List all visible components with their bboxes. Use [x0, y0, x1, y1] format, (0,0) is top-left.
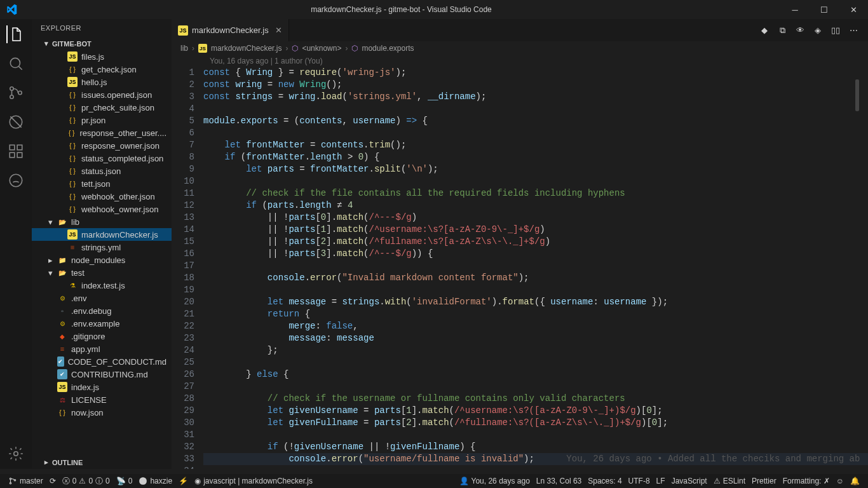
- editor-area: JS markdownChecker.js ✕ ◆ ⧉ 👁 ◈ ▯▯ ⋯ lib…: [172, 19, 868, 469]
- minimap-scrollbar[interactable]: [855, 79, 859, 111]
- tree-item[interactable]: { }resposne_owner.json: [32, 139, 172, 152]
- tree-item[interactable]: ▾📂lib: [32, 215, 172, 228]
- liveshare-icon[interactable]: [7, 172, 25, 189]
- feedback-icon[interactable]: ☺: [833, 474, 847, 488]
- breadcrumb[interactable]: lib› JS markdownChecker.js› ⬡<unknown>› …: [172, 41, 868, 55]
- code-area[interactable]: 1234567891011121314151617181920212223242…: [172, 67, 868, 469]
- bolt-icon[interactable]: ⚡: [175, 474, 191, 488]
- outline-section[interactable]: ▸OUTLINE: [32, 456, 172, 469]
- tree-item[interactable]: { }webhook_other.json: [32, 190, 172, 203]
- tree-item[interactable]: ▫.env.debug: [32, 304, 172, 317]
- cursor-position[interactable]: Ln 33, Col 63: [533, 474, 585, 488]
- svg-point-3: [18, 91, 22, 94]
- split-editor-icon[interactable]: ▯▯: [830, 25, 841, 35]
- status-bar: master ⟳ ⓧ 0 ⚠ 0 ⓘ 0 📡 0 haxzie ⚡ ◉ java…: [0, 474, 868, 488]
- close-tab-icon[interactable]: ✕: [275, 25, 282, 35]
- gitlens-blame-header: You, 16 days ago | 1 author (You): [172, 55, 868, 67]
- svg-rect-7: [17, 152, 22, 158]
- git-sync[interactable]: ⟳: [46, 474, 59, 488]
- action-icon[interactable]: ⧉: [776, 25, 788, 36]
- activity-bar: [0, 19, 32, 469]
- vscode-logo-icon: [0, 4, 22, 15]
- formatting[interactable]: Formatting: ✗: [780, 474, 833, 488]
- tree-item[interactable]: ⚗index.test.js: [32, 279, 172, 292]
- project-name[interactable]: ▾GITME-BOT: [32, 37, 172, 50]
- js-file-icon: JS: [178, 25, 188, 36]
- tree-item[interactable]: JSmarkdownChecker.js: [32, 228, 172, 241]
- svg-point-2: [10, 95, 13, 98]
- tree-item[interactable]: { }get_check.json: [32, 63, 172, 76]
- eol[interactable]: LF: [653, 474, 668, 488]
- broadcast[interactable]: 📡 0: [113, 474, 136, 488]
- minimize-button[interactable]: ─: [780, 0, 810, 19]
- indent[interactable]: Spaces: 4: [585, 474, 625, 488]
- action-icon[interactable]: 👁: [794, 25, 806, 35]
- extensions-icon[interactable]: [7, 142, 25, 160]
- titlebar: markdownChecker.js - gitme-bot - Visual …: [0, 0, 868, 19]
- svg-point-9: [10, 174, 22, 187]
- tree-item[interactable]: ⚙.env.example: [32, 317, 172, 330]
- tree-item[interactable]: ▾📂test: [32, 266, 172, 279]
- problems[interactable]: ⓧ 0 ⚠ 0 ⓘ 0: [59, 474, 113, 488]
- eslint[interactable]: ⚠ ESLint: [710, 474, 749, 488]
- tab-markdownchecker[interactable]: JS markdownChecker.js ✕: [172, 19, 289, 41]
- tree-item[interactable]: ⚙.env: [32, 292, 172, 304]
- tree-item[interactable]: ✔CONTRIBUTING.md: [32, 368, 172, 381]
- action-icon[interactable]: ◆: [759, 25, 770, 35]
- maximize-button[interactable]: ☐: [810, 0, 839, 19]
- tree-item[interactable]: { }issues.opened.json: [32, 88, 172, 101]
- tree-item[interactable]: JSfiles.js: [32, 50, 172, 63]
- tree-item[interactable]: { }tett.json: [32, 177, 172, 190]
- search-icon[interactable]: [7, 55, 25, 72]
- tree-item[interactable]: ✔CODE_OF_CONDUCT.md: [32, 355, 172, 368]
- lang-server[interactable]: ◉ javascript | markdownChecker.js: [191, 474, 316, 488]
- git-branch[interactable]: master: [5, 474, 46, 488]
- svg-point-10: [14, 452, 18, 456]
- more-actions-icon[interactable]: ⋯: [848, 25, 859, 35]
- tab-label: markdownChecker.js: [192, 25, 269, 35]
- code-lines[interactable]: const { Wring } = require('wring-js');co…: [203, 67, 868, 469]
- tree-item[interactable]: JShello.js: [32, 76, 172, 88]
- tree-item[interactable]: ⚖LICENSE: [32, 393, 172, 406]
- settings-gear-icon[interactable]: [7, 445, 25, 463]
- explorer-icon[interactable]: [6, 25, 24, 43]
- svg-point-1: [10, 87, 13, 90]
- svg-rect-5: [10, 145, 15, 150]
- tree-item[interactable]: { }response_other_user....: [32, 126, 172, 139]
- tree-item[interactable]: ≡app.yml: [32, 342, 172, 355]
- prettier[interactable]: Prettier: [749, 474, 780, 488]
- tree-item[interactable]: ◆.gitignore: [32, 330, 172, 342]
- tree-item[interactable]: { }pr.json: [32, 114, 172, 126]
- sidebar: EXPLORER ▾GITME-BOT JSfiles.js{ }get_che…: [32, 19, 172, 469]
- svg-point-11: [10, 478, 11, 479]
- liveshare-user[interactable]: haxzie: [135, 474, 175, 488]
- file-tree: JSfiles.js{ }get_check.jsonJShello.js{ }…: [32, 50, 172, 456]
- svg-point-0: [10, 58, 20, 67]
- tree-item[interactable]: { }status_completed.json: [32, 152, 172, 165]
- tree-item[interactable]: { }now.json: [32, 406, 172, 419]
- tree-item[interactable]: { }pr_check_suite.json: [32, 101, 172, 114]
- language-mode[interactable]: JavaScript: [668, 474, 710, 488]
- window-title: markdownChecker.js - gitme-bot - Visual …: [22, 5, 780, 14]
- editor-tabs: JS markdownChecker.js ✕ ◆ ⧉ 👁 ◈ ▯▯ ⋯: [172, 19, 868, 41]
- editor-actions: ◆ ⧉ 👁 ◈ ▯▯ ⋯: [759, 19, 868, 41]
- tree-item[interactable]: { }webhook_owner.json: [32, 203, 172, 215]
- gitlens-blame-status[interactable]: 👤 You, 26 days ago: [456, 474, 533, 488]
- source-control-icon[interactable]: [7, 84, 25, 102]
- bell-icon[interactable]: 🔔: [847, 474, 863, 488]
- js-file-icon: JS: [198, 44, 207, 53]
- svg-rect-6: [10, 152, 15, 158]
- tree-item[interactable]: JSindex.js: [32, 381, 172, 393]
- line-gutter: 1234567891011121314151617181920212223242…: [172, 67, 203, 469]
- svg-rect-8: [17, 145, 22, 150]
- tree-item[interactable]: { }status.json: [32, 165, 172, 177]
- sidebar-header: EXPLORER: [32, 19, 172, 37]
- encoding[interactable]: UTF-8: [625, 474, 653, 488]
- action-icon[interactable]: ◈: [812, 25, 824, 35]
- tree-item[interactable]: ▸📁node_modules: [32, 254, 172, 266]
- close-window-button[interactable]: ✕: [839, 0, 868, 19]
- svg-point-12: [10, 482, 11, 484]
- debug-icon[interactable]: [7, 113, 25, 131]
- tree-item[interactable]: ≡strings.yml: [32, 241, 172, 254]
